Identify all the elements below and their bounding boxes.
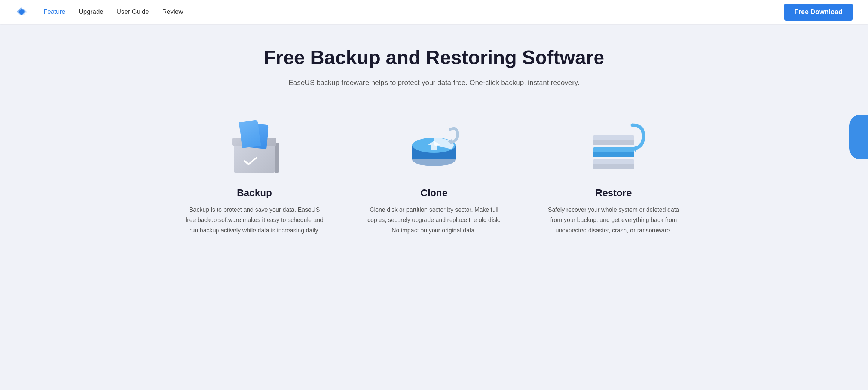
feature-title-backup: Backup [180, 187, 329, 199]
backup-file-1 [239, 120, 261, 148]
feature-desc-backup: Backup is to protect and save your data.… [183, 205, 326, 235]
brand-logo-icon [15, 5, 28, 19]
restore-icon [586, 122, 642, 174]
hero-subtitle: EaseUS backup freeware helps to protect … [288, 77, 580, 88]
logo[interactable] [15, 5, 28, 19]
hero-section: Free Backup and Restoring Software EaseU… [0, 24, 868, 96]
nav-links: Feature Upgrade User Guide Review [43, 8, 784, 16]
backup-icon-wrap [180, 118, 329, 178]
free-download-button[interactable]: Free Download [784, 4, 853, 21]
feature-title-clone: Clone [359, 187, 509, 199]
svg-rect-6 [593, 159, 634, 164]
restore-svg [586, 122, 645, 178]
nav-link-upgrade[interactable]: Upgrade [79, 8, 103, 16]
feature-desc-restore: Safely recover your whole system or dele… [542, 205, 685, 235]
feature-title-restore: Restore [539, 187, 688, 199]
backup-check-icon [243, 155, 258, 167]
navbar: Feature Upgrade User Guide Review Free D… [0, 0, 868, 24]
feature-card-restore: Restore Safely recover your whole system… [524, 118, 703, 235]
feature-card-backup: Backup Backup is to protect and save you… [165, 118, 344, 235]
clone-icon-wrap [359, 118, 509, 178]
scroll-hint[interactable] [849, 115, 868, 159]
svg-rect-10 [593, 135, 634, 140]
nav-link-review[interactable]: Review [162, 8, 183, 16]
nav-link-user-guide[interactable]: User Guide [117, 8, 149, 16]
backup-icon [230, 124, 279, 173]
nav-link-feature[interactable]: Feature [43, 8, 65, 16]
feature-card-clone: Clone Clone disk or partition sector by … [344, 118, 524, 235]
features-section: Backup Backup is to protect and save you… [0, 96, 868, 250]
clone-svg [406, 122, 462, 174]
clone-icon [406, 122, 462, 174]
hero-title: Free Backup and Restoring Software [15, 46, 853, 69]
restore-icon-wrap [539, 118, 688, 178]
feature-desc-clone: Clone disk or partition sector by sector… [363, 205, 505, 235]
svg-rect-8 [593, 147, 634, 152]
